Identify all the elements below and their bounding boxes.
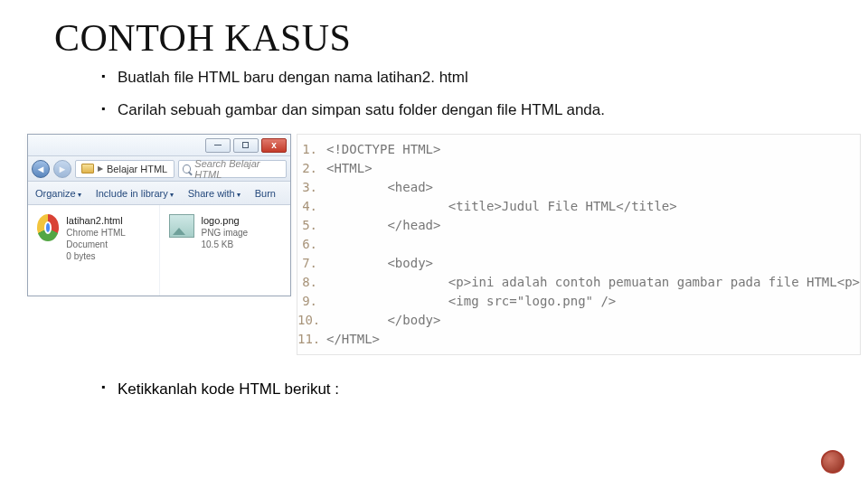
code-text: <!DOCTYPE HTML> bbox=[326, 140, 440, 159]
bullet-item-1: Buatlah file HTML baru dengan nama latih… bbox=[101, 69, 868, 87]
toolbar-organize[interactable]: Organize▾ bbox=[35, 188, 81, 199]
file-type: PNG image bbox=[202, 227, 249, 239]
decorative-circle-icon bbox=[821, 450, 844, 474]
search-placeholder: Search Belajar HTML bbox=[194, 158, 282, 180]
file-name: latihan2.html bbox=[66, 214, 149, 227]
maximize-icon bbox=[242, 142, 249, 148]
code-line: 10. </body> bbox=[297, 311, 860, 330]
chrome-icon bbox=[37, 214, 59, 241]
close-button[interactable]: x bbox=[261, 138, 287, 153]
code-text: </head> bbox=[326, 216, 440, 235]
explorer-window: x ◄ ► ▶ Belajar HTML Search Belajar HTML… bbox=[27, 134, 291, 296]
code-editor: 1.<!DOCTYPE HTML>2.<HTML>3. <head>4. <ti… bbox=[297, 134, 861, 355]
file-size: 10.5 KB bbox=[202, 239, 249, 250]
search-icon bbox=[183, 164, 191, 174]
breadcrumb-chevron: ▶ bbox=[98, 164, 103, 173]
line-number: 11. bbox=[297, 330, 326, 349]
code-line: 2.<HTML> bbox=[297, 159, 860, 178]
code-text: <img src="logo.png" /> bbox=[326, 292, 616, 311]
nav-back-button[interactable]: ◄ bbox=[32, 160, 50, 178]
code-text: <head> bbox=[326, 178, 433, 197]
minimize-button[interactable] bbox=[205, 138, 231, 153]
code-line: 8. <p>ini adalah contoh pemuatan gambar … bbox=[297, 273, 860, 292]
line-number: 9. bbox=[297, 292, 326, 311]
minimize-icon bbox=[214, 145, 222, 145]
code-text: <title>Judul File HTML</title> bbox=[326, 197, 677, 216]
bullet-item-3: Ketikkanlah kode HTML berikut : bbox=[101, 380, 868, 399]
toolbar-include[interactable]: Include in library▾ bbox=[96, 188, 174, 199]
toolbar-share[interactable]: Share with▾ bbox=[188, 188, 241, 199]
explorer-toolbar: Organize▾ Include in library▾ Share with… bbox=[28, 182, 290, 205]
code-text: <HTML> bbox=[326, 159, 373, 178]
breadcrumb-folder: Belajar HTML bbox=[107, 164, 167, 174]
code-line: 1.<!DOCTYPE HTML> bbox=[297, 140, 860, 159]
bullet-list: Buatlah file HTML baru dengan nama latih… bbox=[65, 69, 868, 119]
folder-icon bbox=[81, 164, 94, 174]
address-bar: ◄ ► ▶ Belajar HTML Search Belajar HTML bbox=[28, 156, 290, 182]
bullet-list-2: Ketikkanlah kode HTML berikut : bbox=[65, 380, 868, 399]
line-number: 6. bbox=[297, 235, 326, 254]
code-line: 5. </head> bbox=[297, 216, 860, 235]
code-line: 7. <body> bbox=[297, 254, 860, 273]
code-text: </body> bbox=[326, 311, 440, 330]
line-number: 8. bbox=[297, 273, 326, 292]
code-line: 6. bbox=[297, 235, 860, 254]
code-text: <p>ini adalah contoh pemuatan gambar pad… bbox=[326, 273, 860, 292]
search-input[interactable]: Search Belajar HTML bbox=[178, 160, 287, 178]
code-line: 3. <head> bbox=[297, 178, 860, 197]
file-item-html[interactable]: latihan2.html Chrome HTML Document 0 byt… bbox=[28, 205, 160, 296]
line-number: 7. bbox=[297, 254, 326, 273]
bullet-item-2: Carilah sebuah gambar dan simpan satu fo… bbox=[101, 101, 868, 119]
slide-title: CONTOH KASUS bbox=[54, 16, 868, 60]
code-text: </HTML> bbox=[326, 330, 380, 349]
file-type: Chrome HTML Document bbox=[66, 227, 149, 250]
line-number: 2. bbox=[297, 159, 326, 178]
line-number: 5. bbox=[297, 216, 326, 235]
image-icon bbox=[169, 214, 194, 238]
code-text: <body> bbox=[326, 254, 433, 273]
line-number: 4. bbox=[297, 197, 326, 216]
toolbar-burn[interactable]: Burn bbox=[255, 188, 276, 199]
code-line: 9. <img src="logo.png" /> bbox=[297, 292, 860, 311]
file-item-png[interactable]: logo.png PNG image 10.5 KB bbox=[160, 205, 291, 296]
file-pane: latihan2.html Chrome HTML Document 0 byt… bbox=[28, 205, 290, 296]
close-icon: x bbox=[271, 140, 277, 150]
nav-forward-button[interactable]: ► bbox=[53, 160, 71, 178]
file-name: logo.png bbox=[202, 214, 249, 227]
line-number: 10. bbox=[297, 311, 326, 330]
code-line: 4. <title>Judul File HTML</title> bbox=[297, 197, 860, 216]
code-line: 11.</HTML> bbox=[297, 330, 860, 349]
file-size: 0 bytes bbox=[66, 250, 149, 262]
line-number: 3. bbox=[297, 178, 326, 197]
maximize-button[interactable] bbox=[233, 138, 259, 153]
breadcrumb[interactable]: ▶ Belajar HTML bbox=[75, 160, 175, 178]
line-number: 1. bbox=[297, 140, 326, 159]
window-titlebar: x bbox=[28, 135, 290, 156]
